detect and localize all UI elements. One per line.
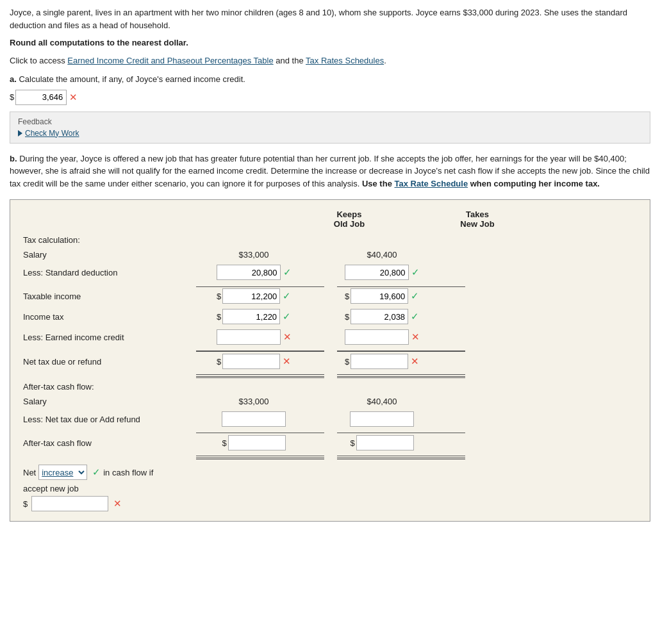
old-after-tax-cf-input[interactable] xyxy=(228,435,286,450)
round-note: Round all computations to the nearest do… xyxy=(10,37,650,49)
old-less-net-tax-input[interactable] xyxy=(222,411,286,427)
new-after-tax-cf-input[interactable] xyxy=(356,435,414,450)
part-b-question: b. During the year, Joyce is offered a n… xyxy=(10,153,650,190)
table-header-row: Keeps Old Job Takes New Job xyxy=(23,210,637,229)
income-tax-row: Income tax $ ✓ $ ✓ xyxy=(23,309,637,324)
new-less-net-tax-input[interactable] xyxy=(350,411,414,427)
new-income-tax-input[interactable] xyxy=(351,309,408,324)
new-income-tax-col: $ ✓ xyxy=(318,309,446,324)
intro-text: Joyce, a single parent, lives in an apar… xyxy=(10,6,650,31)
in-cash-flow-text: in cash flow if xyxy=(103,468,153,477)
feedback-box: Feedback Check My Work xyxy=(10,111,650,144)
net-cash-value-row: $ ✕ xyxy=(23,496,637,511)
old-std-deduction-check: ✓ xyxy=(283,267,292,278)
new-less-net-tax-col xyxy=(318,411,446,427)
new-net-tax-input[interactable] xyxy=(351,354,408,369)
old-std-deduction-input[interactable] xyxy=(217,265,281,280)
std-deduction-label: Less: Standard deduction xyxy=(23,268,190,277)
new-net-tax-dollar: $ xyxy=(345,357,349,367)
after-tax-label-row: After-tax cash flow: xyxy=(23,382,637,392)
old-eic-input[interactable] xyxy=(217,329,281,345)
eic-table-link[interactable]: Earned Income Credit and Phaseout Percen… xyxy=(67,56,273,65)
part-a-input-row: $ ✕ xyxy=(10,90,650,105)
standard-deduction-row: Less: Standard deduction ✓ ✓ xyxy=(23,265,637,280)
eic-label: Less: Earned income credit xyxy=(23,333,190,342)
after-tax-cash-flow-row: After-tax cash flow $ $ xyxy=(23,435,637,450)
net-cash-dollar: $ xyxy=(23,499,28,509)
triangle-icon xyxy=(18,130,22,136)
new-taxable-income-check: ✓ xyxy=(411,290,419,302)
taxable-income-row: Taxable income $ ✓ $ ✓ xyxy=(23,288,637,304)
net-tax-row: Net tax due or refund $ ✕ $ ✕ xyxy=(23,354,637,369)
income-tax-label: Income tax xyxy=(23,312,190,322)
tax-calc-label-row: Tax calculation: xyxy=(23,235,637,245)
net-increase-row: Net increase decrease ✓ in cash flow if xyxy=(23,465,637,480)
new-after-tax-dollar: $ xyxy=(350,438,354,448)
new-std-deduction-input[interactable] xyxy=(345,265,409,280)
tax-calc-label: Tax calculation: xyxy=(23,235,190,245)
new-std-deduction-col: ✓ xyxy=(318,265,446,280)
accept-new-job-label: accept new job xyxy=(23,484,79,493)
old-taxable-income-input[interactable] xyxy=(222,288,280,304)
old-income-tax-dollar: $ xyxy=(217,312,221,322)
check-my-work-label: Check My Work xyxy=(25,129,79,138)
click-note: Click to access Earned Income Credit and… xyxy=(10,54,650,67)
old-net-tax-col: $ ✕ xyxy=(190,354,318,369)
old-taxable-dollar: $ xyxy=(217,292,221,301)
net-direction-check: ✓ xyxy=(92,466,101,478)
feedback-title: Feedback xyxy=(18,117,642,126)
net-text: Net xyxy=(23,468,36,477)
net-cash-input-row: accept new job xyxy=(23,484,637,493)
click-note-prefix: Click to access xyxy=(10,56,67,65)
new-taxable-dollar: $ xyxy=(345,292,349,301)
part-a-input[interactable] xyxy=(15,90,67,105)
old-net-tax-input[interactable] xyxy=(222,354,280,369)
salary-row-1: Salary $33,000 $40,400 xyxy=(23,250,637,260)
after-tax-label: After-tax cash flow: xyxy=(23,382,190,392)
old-eic-col: ✕ xyxy=(190,329,318,345)
new-std-deduction-check: ✓ xyxy=(411,267,420,278)
new-net-tax-cross: ✕ xyxy=(411,356,419,367)
old-taxable-income-check: ✓ xyxy=(283,290,291,302)
net-cash-input[interactable] xyxy=(31,496,108,511)
after-tax-cf-label: After-tax cash flow xyxy=(23,438,190,448)
taxable-income-label: Taxable income xyxy=(23,292,190,301)
new-eic-input[interactable] xyxy=(345,329,409,345)
old-after-tax-dollar: $ xyxy=(222,438,226,448)
check-my-work-link[interactable]: Check My Work xyxy=(18,129,642,138)
net-cash-cross: ✕ xyxy=(113,498,122,509)
old-taxable-income-col: $ ✓ xyxy=(190,288,318,304)
earned-income-credit-row: Less: Earned income credit ✕ ✕ xyxy=(23,329,637,345)
salary-row-2: Salary $33,000 $40,400 xyxy=(23,397,637,406)
part-b-label: b. xyxy=(10,154,17,163)
old-income-tax-col: $ ✓ xyxy=(190,309,318,324)
part-a-label: a. Calculate the amount, if any, of Joyc… xyxy=(10,73,650,86)
net-direction-select[interactable]: increase decrease xyxy=(38,465,87,480)
old-std-deduction-col: ✓ xyxy=(190,265,318,280)
new-income-tax-dollar: $ xyxy=(345,312,349,322)
new-salary-2-val: $40,400 xyxy=(318,397,446,406)
less-net-tax-row: Less: Net tax due or Add refund xyxy=(23,411,637,427)
old-after-tax-cf-col: $ xyxy=(190,435,318,450)
new-income-tax-check: ✓ xyxy=(411,311,419,322)
part-a-status-icon: ✕ xyxy=(69,92,78,103)
new-after-tax-cf-col: $ xyxy=(318,435,446,450)
comparison-table: Keeps Old Job Takes New Job Tax calculat… xyxy=(10,199,650,522)
salary-label-1: Salary xyxy=(23,250,190,260)
old-income-tax-input[interactable] xyxy=(222,309,280,324)
old-income-tax-check: ✓ xyxy=(283,311,291,322)
new-eic-col: ✕ xyxy=(318,329,446,345)
takes-new-job-header: Takes New Job xyxy=(413,210,541,229)
new-salary-val: $40,400 xyxy=(318,250,446,260)
salary-label-2: Salary xyxy=(23,397,190,406)
tax-rates-link[interactable]: Tax Rates Schedules xyxy=(306,56,384,65)
and-the: and the xyxy=(274,56,306,65)
new-eic-cross: ✕ xyxy=(411,331,420,343)
new-taxable-income-input[interactable] xyxy=(351,288,408,304)
old-eic-cross: ✕ xyxy=(283,331,292,343)
old-salary-2-val: $33,000 xyxy=(190,397,318,406)
part-a-dollar: $ xyxy=(10,92,14,102)
click-note-suffix: . xyxy=(384,56,386,65)
old-less-net-tax-col xyxy=(190,411,318,427)
tax-rate-schedule-link[interactable]: Tax Rate Schedule xyxy=(394,179,468,188)
